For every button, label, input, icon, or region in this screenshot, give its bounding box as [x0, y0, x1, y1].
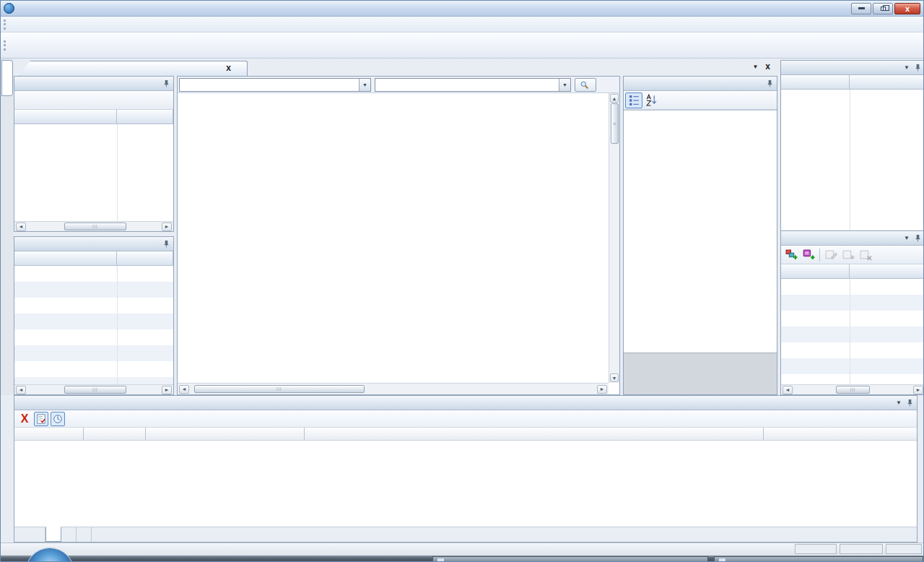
taskbar-button[interactable] — [714, 556, 923, 562]
column-header-name[interactable] — [14, 110, 117, 124]
document-tab[interactable]: x — [19, 61, 248, 76]
script-objects-toolbar — [14, 91, 173, 110]
tab-close-icon[interactable]: x — [226, 63, 231, 73]
error-report-dock: ▼ X — [14, 395, 918, 542]
minimize-button[interactable] — [851, 3, 871, 14]
scrollbar-thumb[interactable]: ||| — [194, 385, 365, 393]
work-area: x ▼ x ◄ ||| ► — [1, 59, 924, 395]
column-header-strategy[interactable] — [14, 428, 84, 440]
event-combobox[interactable]: ▼ — [375, 78, 571, 92]
horizontal-scrollbar[interactable]: ◄ ||| ► — [14, 221, 173, 231]
menu-file[interactable] — [9, 23, 22, 26]
pin-icon[interactable] — [163, 240, 170, 248]
column-header-line[interactable] — [84, 428, 146, 440]
chevron-down-icon[interactable]: ▼ — [752, 64, 758, 70]
clock-icon — [53, 414, 63, 424]
chevron-down-icon[interactable]: ▼ — [559, 79, 570, 91]
tab-find-results-2[interactable] — [77, 527, 92, 542]
scroll-right-icon[interactable]: ► — [162, 386, 172, 394]
scroll-right-icon[interactable]: ► — [913, 386, 923, 394]
column-separator — [117, 124, 118, 221]
tab-find-results-1[interactable] — [61, 527, 77, 542]
scroll-left-icon[interactable]: ◄ — [16, 222, 26, 231]
status-cell — [886, 544, 922, 554]
module-manager-panel: ▼ ◄ ||| ► — [780, 230, 924, 395]
scrollbar-thumb[interactable]: ≡ — [611, 103, 619, 144]
chevron-down-icon[interactable]: ▼ — [904, 235, 910, 241]
scrollbar-thumb[interactable]: ||| — [64, 222, 126, 230]
scroll-down-icon[interactable]: ▼ — [610, 373, 619, 382]
column-header-desc[interactable] — [850, 264, 924, 278]
tab-error-report[interactable] — [45, 527, 61, 542]
toggle-checklist-button[interactable] — [34, 412, 48, 426]
column-header-name[interactable] — [781, 264, 850, 278]
vertical-scrollbar[interactable]: ▲ ≡ ▼ — [609, 93, 619, 383]
close-button[interactable]: x — [894, 3, 920, 14]
column-header-name[interactable] — [781, 75, 850, 89]
column-header-name[interactable] — [14, 251, 117, 265]
scroll-left-icon[interactable]: ◄ — [783, 386, 793, 394]
add-object-button[interactable] — [783, 247, 800, 263]
module-manager-tree[interactable] — [781, 279, 924, 384]
scroll-left-icon[interactable]: ◄ — [16, 386, 26, 394]
alphabetical-sort-button[interactable] — [642, 92, 660, 108]
column-header-desc[interactable] — [117, 251, 173, 265]
scrollbar-thumb[interactable]: ||| — [64, 386, 126, 394]
scroll-right-icon[interactable]: ► — [597, 385, 607, 394]
object-combobox[interactable]: ▼ — [179, 78, 371, 92]
pin-icon[interactable] — [907, 399, 913, 407]
pin-icon[interactable] — [163, 79, 170, 87]
toggle-time-button[interactable] — [51, 412, 65, 426]
error-list[interactable] — [14, 441, 917, 527]
panel-caption: ▼ — [781, 61, 924, 75]
column-header-message[interactable] — [146, 428, 305, 440]
clear-errors-button[interactable]: X — [17, 413, 32, 425]
taskbar-button[interactable] — [432, 556, 708, 562]
document-tabstrip: x ▼ x — [14, 59, 777, 76]
editor-toolbar: ▼ ▼ — [178, 77, 619, 93]
column-header-type[interactable] — [117, 110, 173, 124]
checklist-icon — [36, 414, 46, 424]
pin-icon[interactable] — [915, 234, 921, 242]
horizontal-scrollbar[interactable]: ◄ ||| ► — [14, 384, 173, 394]
code-area[interactable] — [178, 93, 609, 383]
scroll-right-icon[interactable]: ► — [162, 222, 172, 231]
delete-module-button — [857, 247, 874, 263]
chevron-down-icon[interactable]: ▼ — [904, 64, 910, 71]
module-tree[interactable] — [14, 266, 173, 384]
pin-icon[interactable] — [915, 64, 921, 72]
column-header-index[interactable] — [850, 75, 924, 89]
add-object-icon — [785, 248, 798, 261]
edit-icon — [825, 248, 837, 261]
object-tree[interactable] — [14, 124, 173, 221]
scrollbar-thumb[interactable]: ||| — [836, 386, 869, 394]
menu-view[interactable] — [35, 23, 48, 26]
chevron-down-icon[interactable]: ▼ — [896, 399, 902, 406]
menu-help[interactable] — [48, 23, 61, 26]
pin-icon[interactable] — [767, 79, 773, 87]
tab-debugging[interactable] — [30, 527, 45, 542]
chevron-down-icon[interactable]: ▼ — [359, 79, 370, 91]
scroll-up-icon[interactable]: ▲ — [610, 94, 619, 103]
add-function-button[interactable] — [800, 247, 817, 263]
menu-bar — [1, 17, 923, 33]
column-header-blank — [305, 428, 764, 440]
delete-icon — [860, 248, 872, 261]
title-bar: x — [1, 1, 923, 17]
categorized-view-button[interactable] — [625, 92, 642, 108]
menu-edit[interactable] — [22, 23, 35, 26]
user-modules-panel: ◄ ||| ► — [14, 236, 174, 395]
restore-button[interactable] — [873, 3, 893, 14]
status-cell — [795, 544, 837, 554]
module-manager-toolbar — [781, 246, 924, 264]
dock-close-icon[interactable]: x — [765, 63, 770, 70]
find-button[interactable] — [575, 78, 596, 92]
horizontal-scrollbar[interactable]: ◄ ||| ► — [178, 383, 609, 394]
collapsed-panel-tab[interactable] — [1, 60, 13, 96]
scroll-left-icon[interactable]: ◄ — [179, 385, 189, 394]
column-header-row — [781, 264, 924, 279]
output-tabstrip — [14, 527, 917, 542]
horizontal-scrollbar[interactable]: ◄ ||| ► — [781, 384, 924, 394]
combobox-value — [375, 79, 559, 91]
close-icon: x — [905, 4, 910, 13]
